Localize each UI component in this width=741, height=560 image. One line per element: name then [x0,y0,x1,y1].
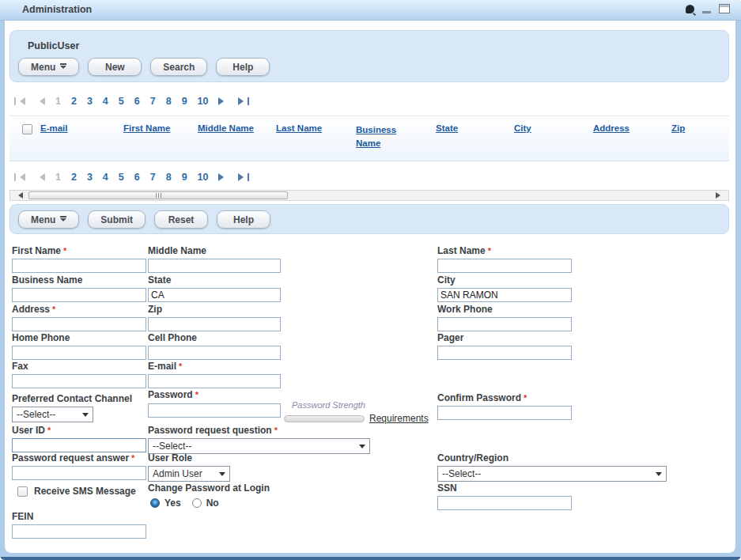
last-name-input[interactable] [437,259,572,273]
field-user-id: User ID* [12,425,146,452]
ssn-input[interactable] [437,496,572,510]
page-link-6[interactable]: 6 [134,96,140,107]
first-page-icon[interactable] [14,173,25,181]
search-button[interactable]: Search [150,58,207,76]
first-page-icon[interactable] [14,97,25,105]
pin-icon[interactable] [686,5,694,13]
last-page-icon[interactable] [238,97,249,105]
password-strength-group: Password Strength Requirements [284,400,429,424]
page-link-7[interactable]: 7 [150,172,156,183]
column-zip[interactable]: Zip [671,123,685,133]
change-password-no-radio[interactable] [192,498,202,508]
work-phone-label: Work Phone [437,304,572,315]
last-page-icon[interactable] [238,173,249,181]
middle-name-label: Middle Name [148,245,281,256]
address-input[interactable] [12,317,146,331]
next-page-icon[interactable] [218,173,228,181]
page-link-4[interactable]: 4 [103,172,108,183]
scrollbar-thumb[interactable] [28,191,288,199]
column-city[interactable]: City [514,123,531,133]
page-link-9[interactable]: 9 [182,96,187,107]
new-button[interactable]: New [88,58,142,76]
required-asterisk: * [63,246,66,255]
page-link-2[interactable]: 2 [71,96,77,107]
page-link-4[interactable]: 4 [103,96,108,107]
confirm-password-input[interactable] [437,406,572,420]
address-label: Address [12,304,50,315]
field-business-name: Business Name [12,274,146,302]
cell-phone-input[interactable] [148,346,281,360]
state-input[interactable] [148,288,281,302]
page-link-8[interactable]: 8 [166,172,172,183]
user-id-input[interactable] [12,438,146,452]
help-button[interactable]: Help [217,210,270,229]
minimize-icon[interactable] [702,11,711,13]
menu-button[interactable]: Menu [18,58,79,76]
select-all-checkbox[interactable] [22,124,32,134]
requirements-link[interactable]: Requirements [369,413,429,424]
horizontal-scrollbar[interactable] [9,190,729,201]
page-link-9[interactable]: 9 [182,172,187,183]
scroll-left-icon[interactable] [15,192,23,199]
field-city: City [437,274,572,302]
email-input[interactable] [148,374,281,388]
page-link-5[interactable]: 5 [119,96,124,107]
prev-page-icon[interactable] [36,97,45,105]
reset-button[interactable]: Reset [154,210,208,229]
submit-button[interactable]: Submit [88,210,146,229]
form-toolbar: Menu Submit Reset Help [18,210,270,229]
page-link-2[interactable]: 2 [71,172,77,183]
scroll-right-icon[interactable] [716,192,724,199]
business-name-input[interactable] [12,288,146,302]
fax-input[interactable] [12,374,146,388]
preferred-contact-channel-select[interactable]: --Select-- [12,407,93,422]
change-password-yes-radio[interactable] [150,498,160,508]
page-link-3[interactable]: 3 [87,96,93,107]
last-name-label: Last Name [437,245,486,256]
work-phone-input[interactable] [437,317,572,331]
page-link-7[interactable]: 7 [150,96,156,107]
preferred-contact-channel-value: --Select-- [17,409,55,420]
middle-name-input[interactable] [148,259,281,273]
page-link-8[interactable]: 8 [166,96,172,107]
field-fein: FEIN [12,511,146,539]
home-phone-input[interactable] [12,346,146,360]
user-role-select[interactable]: Admin User [148,466,230,482]
first-name-input[interactable] [12,259,146,273]
menu-button[interactable]: Menu [18,210,79,229]
receive-sms-checkbox[interactable] [17,486,28,497]
field-country-region: Country/Region --Select-- [437,452,667,482]
fein-input[interactable] [12,524,146,539]
page-link-6[interactable]: 6 [134,172,140,183]
page-link-5[interactable]: 5 [119,172,124,183]
zip-label: Zip [148,304,281,315]
password-request-question-select[interactable]: --Select-- [148,438,370,454]
prev-page-icon[interactable] [36,173,45,181]
preferred-contact-channel-label: Preferred Contact Channel [12,393,132,404]
country-region-select[interactable]: --Select-- [437,466,667,482]
column-middle-name[interactable]: Middle Name [198,123,254,133]
column-email[interactable]: E-mail [40,123,68,133]
submit-button-label: Submit [100,214,133,225]
change-password-no-label: No [206,498,219,509]
password-input[interactable] [148,403,281,418]
page-link-10[interactable]: 10 [198,172,209,183]
password-request-question-label: Password request question [148,425,272,436]
page-link-10[interactable]: 10 [198,96,209,107]
column-address[interactable]: Address [593,123,629,133]
form-toolbar-panel: Menu Submit Reset Help [9,204,729,234]
next-page-icon[interactable] [218,97,228,105]
pager-input[interactable] [437,346,572,360]
maximize-icon[interactable] [719,4,730,13]
password-request-answer-input[interactable] [12,466,146,480]
field-password-request-question: Password request question* --Select-- [148,425,370,454]
column-state[interactable]: State [436,123,458,133]
column-last-name[interactable]: Last Name [276,123,322,133]
city-input[interactable] [437,288,572,302]
help-button[interactable]: Help [216,58,270,76]
page-link-3[interactable]: 3 [87,172,93,183]
business-name-label: Business Name [12,274,146,286]
column-business-name[interactable]: Business Name [356,123,406,150]
zip-input[interactable] [148,317,281,331]
column-first-name[interactable]: First Name [123,123,170,133]
